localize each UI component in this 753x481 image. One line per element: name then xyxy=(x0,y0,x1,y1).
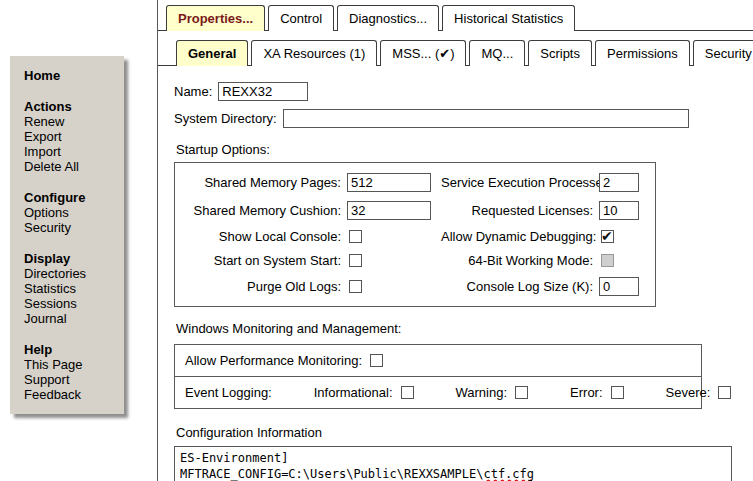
system-directory-label: System Directory: xyxy=(174,111,277,126)
configuration-line-2: MFTRACE_CONFIG=C:\Users\Public\REXXSAMPL… xyxy=(180,466,726,481)
properties-tab-bar: General XA Resources (1) MSS... (✔) MQ..… xyxy=(158,31,753,66)
sidebar-item-delete-all[interactable]: Delete All xyxy=(24,159,124,174)
tab-xa-resources[interactable]: XA Resources (1) xyxy=(251,40,377,66)
sidebar-item-home[interactable]: Home xyxy=(24,68,124,83)
sidebar-item-export[interactable]: Export xyxy=(24,129,124,144)
event-error-checkbox[interactable] xyxy=(611,386,624,399)
tab-mss[interactable]: MSS... (✔) xyxy=(380,40,466,66)
monitoring-group: Allow Performance Monitoring: Event Logg… xyxy=(174,344,702,409)
start-on-system-start-checkbox[interactable] xyxy=(349,254,362,267)
64bit-working-mode-label: 64-Bit Working Mode: xyxy=(441,253,599,268)
event-severe-label: Severe: xyxy=(666,385,711,400)
sidebar-item-options[interactable]: Options xyxy=(24,205,124,220)
name-row: Name: xyxy=(174,82,753,101)
event-logging-label: Event Logging: xyxy=(185,385,272,400)
monitoring-title: Windows Monitoring and Management: xyxy=(176,321,753,336)
sidebar-menu: Home Actions Renew Export Import Delete … xyxy=(10,56,124,414)
event-severe-pair: Severe: xyxy=(666,385,732,400)
shared-memory-pages-input[interactable] xyxy=(347,173,431,192)
show-local-console-label: Show Local Console: xyxy=(175,229,347,244)
event-warning-checkbox[interactable] xyxy=(515,386,528,399)
tab-diagnostics[interactable]: Diagnostics... xyxy=(337,5,439,31)
sidebar-item-support[interactable]: Support xyxy=(24,372,124,387)
sidebar-section-help: Help xyxy=(24,342,124,357)
event-error-label: Error: xyxy=(570,385,603,400)
show-local-console-checkbox[interactable] xyxy=(349,230,362,243)
allow-dynamic-debugging-label: Allow Dynamic Debugging: xyxy=(441,229,599,244)
sidebar-item-security[interactable]: Security xyxy=(24,220,124,235)
tab-permissions[interactable]: Permissions xyxy=(595,40,690,66)
tab-security[interactable]: Security xyxy=(693,40,753,66)
sidebar-item-journal[interactable]: Journal xyxy=(24,311,124,326)
service-execution-processes-input[interactable] xyxy=(599,173,639,192)
console-log-size-input[interactable] xyxy=(599,277,639,296)
purge-old-logs-checkbox[interactable] xyxy=(349,280,362,293)
startup-options-group: Shared Memory Pages: Service Execution P… xyxy=(174,162,656,307)
event-severe-checkbox[interactable] xyxy=(718,386,731,399)
startup-options-label: Startup Options: xyxy=(176,142,753,157)
sidebar-section-configure: Configure xyxy=(24,190,124,205)
name-input[interactable] xyxy=(218,82,308,101)
shared-memory-cushion-label: Shared Memory Cushion: xyxy=(175,203,347,218)
shared-memory-cushion-input[interactable] xyxy=(347,201,431,220)
tab-properties[interactable]: Properties... xyxy=(166,5,265,31)
allow-dynamic-debugging-checkbox[interactable] xyxy=(601,230,614,243)
event-informational-pair: Informational: xyxy=(314,385,414,400)
event-error-pair: Error: xyxy=(570,385,624,400)
console-log-size-label: Console Log Size (K): xyxy=(441,279,599,294)
tab-mq[interactable]: MQ... xyxy=(469,40,525,66)
requested-licenses-input[interactable] xyxy=(599,201,639,220)
sidebar-item-sessions[interactable]: Sessions xyxy=(24,296,124,311)
configuration-line-1: ES-Environment] xyxy=(180,450,726,466)
tab-control[interactable]: Control xyxy=(268,5,334,31)
event-logging-row: Event Logging: Informational: Warning: E… xyxy=(175,377,701,408)
start-on-system-start-label: Start on System Start: xyxy=(175,253,347,268)
configuration-information-label: Configuration Information xyxy=(176,425,753,440)
sidebar-item-directories[interactable]: Directories xyxy=(24,266,124,281)
event-informational-label: Informational: xyxy=(314,385,393,400)
event-warning-label: Warning: xyxy=(456,385,508,400)
event-informational-checkbox[interactable] xyxy=(401,386,414,399)
top-tab-bar: Properties... Control Diagnostics... His… xyxy=(158,0,753,31)
tab-general[interactable]: General xyxy=(176,40,248,66)
sidebar-item-renew[interactable]: Renew xyxy=(24,114,124,129)
sidebar-item-feedback[interactable]: Feedback xyxy=(24,387,124,402)
configuration-line-2-path: MFTRACE_CONFIG=C:\Users\Public\REXXSAMPL… xyxy=(180,467,483,481)
system-directory-input[interactable] xyxy=(283,109,689,128)
general-properties-form: Name: System Directory: Startup Options:… xyxy=(158,66,753,481)
sidebar-item-import[interactable]: Import xyxy=(24,144,124,159)
sidebar-item-this-page[interactable]: This Page xyxy=(24,357,124,372)
sidebar-item-statistics[interactable]: Statistics xyxy=(24,281,124,296)
requested-licenses-label: Requested Licenses: xyxy=(441,203,599,218)
system-directory-row: System Directory: xyxy=(174,109,753,128)
main-panel: Properties... Control Diagnostics... His… xyxy=(157,0,753,481)
configuration-line-2-misspelled: ctf.cfg xyxy=(483,467,534,481)
64bit-working-mode-checkbox xyxy=(601,254,614,267)
allow-performance-monitoring-row: Allow Performance Monitoring: xyxy=(175,345,701,376)
purge-old-logs-label: Purge Old Logs: xyxy=(175,279,347,294)
name-label: Name: xyxy=(174,84,212,99)
tab-scripts[interactable]: Scripts xyxy=(528,40,592,66)
configuration-textarea[interactable]: ES-Environment] MFTRACE_CONFIG=C:\Users\… xyxy=(174,446,732,481)
tab-historical-statistics[interactable]: Historical Statistics xyxy=(442,5,575,31)
sidebar-section-actions: Actions xyxy=(24,99,124,114)
service-execution-processes-label: Service Execution Processes: xyxy=(441,175,599,190)
sidebar-section-display: Display xyxy=(24,251,124,266)
allow-performance-monitoring-checkbox[interactable] xyxy=(370,354,383,367)
event-warning-pair: Warning: xyxy=(456,385,529,400)
shared-memory-pages-label: Shared Memory Pages: xyxy=(175,175,347,190)
allow-performance-monitoring-label: Allow Performance Monitoring: xyxy=(185,353,362,368)
